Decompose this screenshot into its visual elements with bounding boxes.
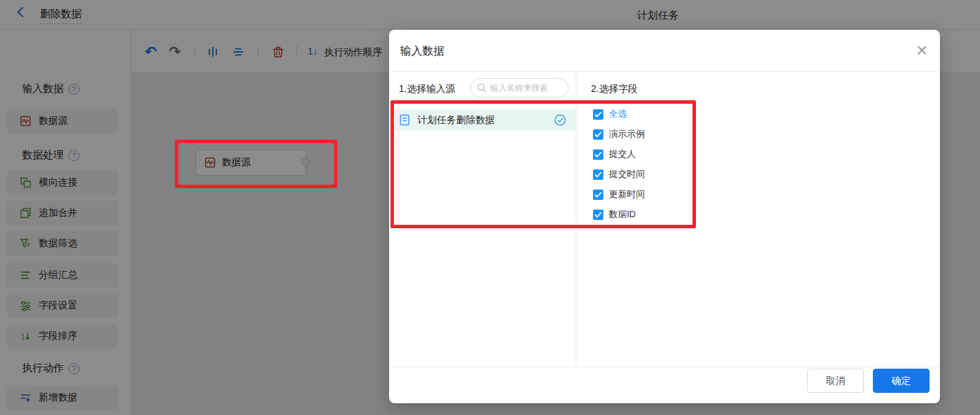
modal-title: 输入数据 [400,44,444,59]
search-input[interactable] [490,83,559,93]
cancel-button[interactable]: 取消 [807,369,864,393]
annotation-rect-fields [390,100,696,228]
app-window: 删除数据 计划任务 输入数据 ? 数据源 数据处理 ? 横向连接 追加合并 数据… [0,0,980,415]
source-panel-label: 1.选择输入源 [399,83,455,95]
modal-footer-divider [389,367,940,367]
annotation-rect-node [175,140,337,188]
close-icon[interactable]: × [916,37,927,64]
search-icon [477,83,487,93]
search-box[interactable] [470,78,569,98]
modal-header-divider [389,71,940,72]
confirm-button[interactable]: 确定 [873,369,930,393]
field-panel-label: 2.选择字段 [591,83,638,95]
